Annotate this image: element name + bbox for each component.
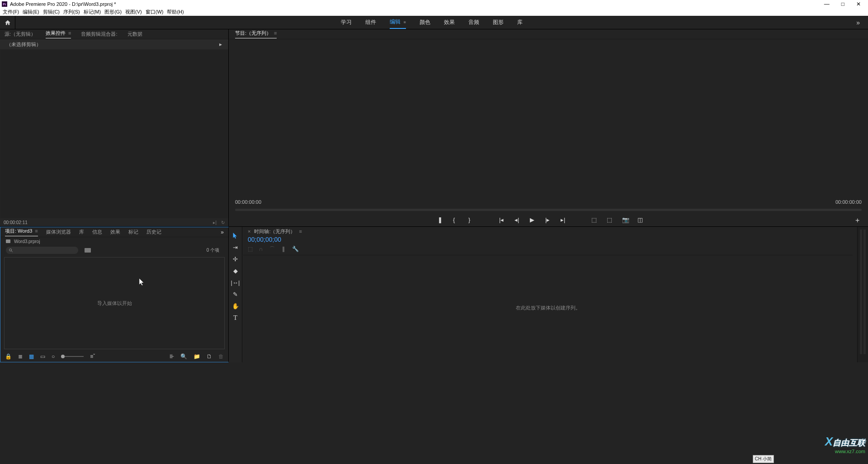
track-select-tool[interactable]: ⇥ xyxy=(231,243,240,251)
tab-metadata[interactable]: 元数据 xyxy=(127,31,142,37)
menu-view[interactable]: 视图(V) xyxy=(125,9,142,15)
play-only-icon[interactable]: ▸| xyxy=(213,220,217,225)
menu-sequence[interactable]: 序列(S) xyxy=(63,9,80,15)
mark-out-icon[interactable]: } xyxy=(468,216,475,223)
timeline-tracks-area[interactable]: 在此处放下媒体以创建序列。 xyxy=(243,255,853,361)
add-marker-icon[interactable]: ❚ xyxy=(438,216,444,223)
add-marker-timeline-icon[interactable]: ❚ xyxy=(281,246,286,252)
project-info-row: Word3.prproj xyxy=(0,237,228,245)
tab-project-menu-icon[interactable]: ≡ xyxy=(35,228,38,234)
toolbox: ⇥ ✢ ◆ |↔| ✎ ✋ T xyxy=(229,227,242,362)
new-bin-icon[interactable]: 📁 xyxy=(193,353,200,360)
source-footer: 00:00:02:11 ▸| ↻ xyxy=(0,218,228,226)
linked-selection-icon[interactable]: ⌒ xyxy=(269,245,275,253)
program-panel: 节目:（无序列）≡ 00:00:00:00 00:00:00:00 ❚ { } … xyxy=(229,29,868,227)
watermark-url: www.xz7.com xyxy=(825,449,865,454)
tab-program-menu-icon[interactable]: ≡ xyxy=(274,30,277,36)
hand-tool[interactable]: ✋ xyxy=(231,302,240,310)
extract-icon[interactable]: ⬚ xyxy=(607,216,613,223)
menu-window[interactable]: 窗口(W) xyxy=(146,9,164,15)
menu-marker[interactable]: 标记(M) xyxy=(84,9,101,15)
slip-tool[interactable]: |↔| xyxy=(231,278,240,286)
ime-indicator[interactable]: CH 小简 xyxy=(753,455,774,463)
tab-program[interactable]: 节目:（无序列）≡ xyxy=(235,30,277,38)
menu-help[interactable]: 帮助(H) xyxy=(167,9,184,15)
tab-history[interactable]: 历史记 xyxy=(146,229,161,235)
find-icon[interactable]: 🔍 xyxy=(180,353,187,360)
step-forward-icon[interactable]: |▸ xyxy=(545,216,552,223)
workspace-libraries[interactable]: 库 xyxy=(517,16,523,29)
sort-icon[interactable]: ≡ˇ xyxy=(90,353,95,360)
pen-tool[interactable]: ✎ xyxy=(231,290,240,298)
home-button[interactable] xyxy=(0,16,15,29)
menu-graphics[interactable]: 图形(G) xyxy=(104,9,122,15)
tab-project[interactable]: 项目: Word3≡ xyxy=(5,228,38,236)
comparison-view-icon[interactable]: ◫ xyxy=(637,216,644,223)
tab-effect-controls-menu-icon[interactable]: ≡ xyxy=(68,30,71,36)
timeline-tab-menu-icon[interactable]: ≡ xyxy=(299,229,302,234)
effect-controls-body xyxy=(1,50,227,219)
insert-overwrite-icon[interactable]: ⬚ xyxy=(248,246,253,252)
play-icon[interactable]: ▶ xyxy=(530,216,536,223)
write-lock-icon[interactable]: 🔒 xyxy=(5,353,12,360)
tab-effects[interactable]: 效果 xyxy=(110,229,120,235)
workspace-learning[interactable]: 学习 xyxy=(341,16,352,29)
workspace-assembly[interactable]: 组件 xyxy=(365,16,376,29)
program-slider[interactable] xyxy=(229,206,868,213)
automate-to-sequence-icon[interactable]: ⊪ xyxy=(170,353,174,360)
tab-media-browser[interactable]: 媒体浏览器 xyxy=(46,229,71,235)
close-button[interactable]: ✕ xyxy=(856,1,861,7)
export-frame-icon[interactable]: 📷 xyxy=(622,216,628,223)
project-tabs-overflow[interactable]: » xyxy=(221,229,224,235)
workspace-color[interactable]: 颜色 xyxy=(420,16,430,29)
search-input[interactable] xyxy=(6,247,78,254)
workspace-editing-menu-icon[interactable]: ≡ xyxy=(403,20,406,24)
workspace-overflow-button[interactable]: » xyxy=(848,19,868,26)
expand-arrow-icon[interactable]: ▸ xyxy=(219,41,222,47)
tab-audio-clip-mixer[interactable]: 音频剪辑混合器: xyxy=(81,31,117,37)
tab-libraries[interactable]: 库 xyxy=(79,229,84,235)
tab-info[interactable]: 信息 xyxy=(92,229,102,235)
freeform-view-icon[interactable]: ▭ xyxy=(40,353,45,360)
lift-icon[interactable]: ⬚ xyxy=(591,216,598,223)
timeline-tab-label[interactable]: 时间轴:（无序列） xyxy=(254,228,295,235)
tab-markers[interactable]: 标记 xyxy=(128,229,138,235)
menu-file[interactable]: 文件(F) xyxy=(3,9,19,15)
selection-tool[interactable] xyxy=(231,231,240,239)
zoom-slider[interactable] xyxy=(61,356,84,357)
snap-icon[interactable]: ∩ xyxy=(259,246,263,252)
go-to-out-icon[interactable]: ▸| xyxy=(561,216,567,223)
project-bin-area[interactable]: 导入媒体以开始 xyxy=(4,257,225,349)
workspace-editing[interactable]: 编辑≡ xyxy=(390,16,406,29)
workspace-audio[interactable]: 音频 xyxy=(468,16,479,29)
new-search-bin-icon[interactable] xyxy=(85,248,91,253)
tab-effect-controls[interactable]: 效果控件≡ xyxy=(46,30,71,38)
maximize-button[interactable]: □ xyxy=(841,1,844,7)
timeline-timecode[interactable]: 00;00;00;00 xyxy=(242,236,857,245)
minimize-button[interactable]: — xyxy=(824,1,830,7)
razor-tool[interactable]: ◆ xyxy=(231,267,240,275)
menu-clip[interactable]: 剪辑(C) xyxy=(43,9,60,15)
timeline-close-icon[interactable]: × xyxy=(248,229,250,234)
icon-view-icon[interactable]: ▦ xyxy=(29,353,34,360)
button-editor-icon[interactable]: + xyxy=(855,216,862,223)
audio-meter[interactable] xyxy=(857,227,868,362)
project-folder-icon xyxy=(6,239,10,243)
go-to-in-icon[interactable]: |◂ xyxy=(499,216,505,223)
item-count: 0 个项 xyxy=(207,247,219,253)
tab-source[interactable]: 源:（无剪辑） xyxy=(5,31,36,37)
project-footer: 🔒 ≣ ▦ ▭ ○ ≡ˇ ⊪ 🔍 📁 🗋 🗑 xyxy=(0,351,228,362)
mark-in-icon[interactable]: { xyxy=(453,216,459,223)
program-time-right: 00:00:00:00 xyxy=(835,199,862,205)
timeline-settings-icon[interactable]: 🔧 xyxy=(292,246,299,252)
new-item-icon[interactable]: 🗋 xyxy=(207,353,212,360)
delete-icon[interactable]: 🗑 xyxy=(218,353,224,360)
type-tool[interactable]: T xyxy=(231,314,240,322)
ripple-edit-tool[interactable]: ✢ xyxy=(231,255,240,263)
menu-edit[interactable]: 编辑(E) xyxy=(23,9,39,15)
workspace-graphics[interactable]: 图形 xyxy=(493,16,504,29)
list-view-icon[interactable]: ≣ xyxy=(18,353,23,360)
loop-icon[interactable]: ↻ xyxy=(221,220,225,225)
step-back-icon[interactable]: ◂| xyxy=(514,216,521,223)
workspace-effects[interactable]: 效果 xyxy=(444,16,455,29)
